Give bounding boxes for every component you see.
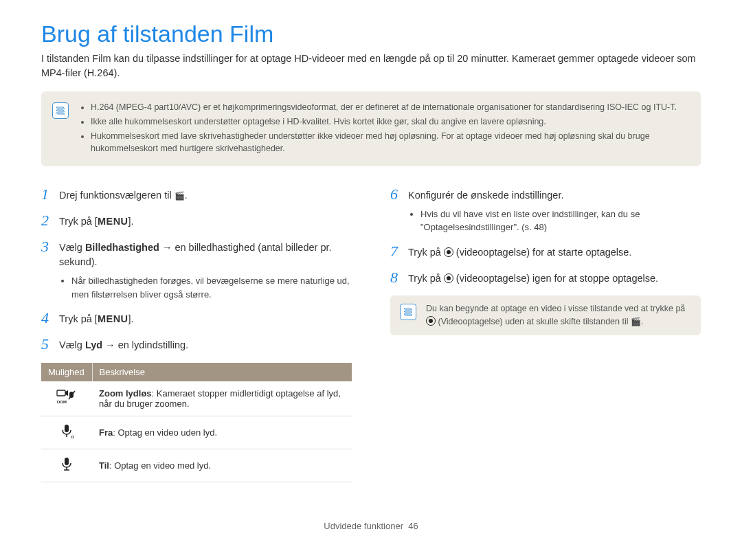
- step-number: 5: [41, 337, 54, 352]
- step-text: Drej funktionsvælgeren til 🎬.: [59, 187, 352, 203]
- content-columns: 1 Drej funktionsvælgeren til 🎬. 2 Tryk p…: [41, 187, 701, 482]
- step-text-fragment: Vælg: [59, 339, 85, 350]
- footer-page-number: 46: [408, 521, 418, 531]
- step-text: Tryk på [MENU].: [59, 213, 352, 229]
- step-text-fragment: .: [185, 190, 188, 201]
- step-8: 8 Tryk på (videooptagelse) igen for at s…: [390, 270, 701, 287]
- record-button-icon: [444, 247, 453, 257]
- step-text: Tryk på [MENU].: [59, 311, 352, 327]
- table-header-description: Beskrivelse: [92, 363, 352, 381]
- table-row: Til: Optag en video med lyd.: [41, 449, 352, 482]
- note-item: Ikke alle hukommelseskort understøtter o…: [91, 115, 690, 128]
- step-1: 1 Drej funktionsvælgeren til 🎬.: [41, 187, 352, 203]
- step-text-fragment: Tryk på: [408, 247, 444, 258]
- step-number: 4: [41, 311, 54, 326]
- note-fragment: (Videooptagelse) uden at skulle skifte t…: [436, 317, 631, 326]
- step-number: 7: [390, 244, 403, 259]
- bold-term: Billedhastighed: [85, 242, 159, 253]
- sub-bullet-item: Hvis du vil have vist en liste over inds…: [420, 208, 701, 234]
- note-list: H.264 (MPEG-4 part10/AVC) er et højkompr…: [78, 101, 690, 157]
- step-text-fragment: (videooptagelse) for at starte optagelse…: [453, 247, 632, 258]
- table-row: ZOOM Zoom lydløs: Kameraet stopper midle…: [41, 381, 352, 416]
- step-text-fragment: ].: [128, 216, 134, 227]
- page-footer: Udvidede funktioner 46: [41, 521, 701, 531]
- step-number: 2: [41, 213, 54, 228]
- step-text-fragment: Tryk på: [408, 273, 444, 284]
- step-text-fragment: Drej funktionsvælgeren til: [59, 190, 175, 201]
- left-column: 1 Drej funktionsvælgeren til 🎬. 2 Tryk p…: [41, 187, 352, 482]
- option-desc: : Optag en video uden lyd.: [113, 427, 217, 438]
- intro-paragraph: I tilstanden Film kan du tilpasse indsti…: [41, 52, 701, 80]
- step-text: Vælg Lyd → en lydindstilling.: [59, 337, 352, 353]
- menu-button-label: MENU: [98, 313, 128, 324]
- menu-button-label: MENU: [98, 216, 128, 227]
- step-sub-bullet: Hvis du vil have vist en liste over inds…: [408, 208, 701, 234]
- step-3: 3 Vælg Billedhastighed → en billedhastig…: [41, 239, 352, 302]
- page-title: Brug af tilstanden Film: [41, 21, 701, 47]
- option-label: Zoom lydløs: [99, 388, 152, 399]
- step-6: 6 Konfigurér de ønskede indstillinger. H…: [390, 187, 701, 234]
- step-7: 7 Tryk på (videooptagelse) for at starte…: [390, 244, 701, 260]
- step-number: 8: [390, 270, 403, 285]
- table-cell-desc: Til: Optag en video med lyd.: [92, 449, 352, 482]
- svg-text:ZOOM: ZOOM: [56, 400, 67, 404]
- footer-section: Udvidede funktioner: [324, 521, 403, 531]
- table-cell-desc: Zoom lydløs: Kameraet stopper midlertidi…: [92, 381, 352, 416]
- record-button-icon: [426, 316, 436, 326]
- bold-term: Lyd: [85, 339, 102, 350]
- step-text: Tryk på (videooptagelse) igen for at sto…: [408, 270, 701, 287]
- step-sub-bullet: Når billedhastigheden forøges, vil bevæg…: [59, 274, 352, 301]
- step-number: 1: [41, 187, 54, 202]
- manual-page: Brug af tilstanden Film I tilstanden Fil…: [0, 0, 742, 545]
- mic-on-icon: [41, 449, 92, 482]
- option-label: Fra: [99, 427, 113, 438]
- step-text-fragment: (videooptagelse) igen for at stoppe opta…: [453, 273, 658, 284]
- record-button-icon: [444, 273, 453, 283]
- note-icon: [52, 102, 69, 119]
- sub-bullet-item: Når billedhastigheden forøges, vil bevæg…: [71, 274, 352, 301]
- option-label: Til: [99, 460, 109, 471]
- table-row: OFF Fra: Optag en video uden lyd.: [41, 416, 352, 449]
- note-icon: [400, 304, 416, 320]
- film-mode-icon: 🎬: [631, 315, 641, 328]
- step-text-fragment: Konfigurér de ønskede indstillinger.: [408, 190, 564, 201]
- svg-text:OFF: OFF: [71, 435, 74, 439]
- step-text-fragment: ].: [128, 313, 134, 324]
- step-text-fragment: Tryk på [: [59, 313, 98, 324]
- table-header-option: Mulighed: [41, 363, 92, 381]
- note-item: Hukommelseskort med lave skrivehastighed…: [91, 130, 690, 156]
- note-item: H.264 (MPEG-4 part10/AVC) er et højkompr…: [91, 101, 690, 114]
- step-text-fragment: Vælg: [59, 242, 85, 253]
- table-header-row: Mulighed Beskrivelse: [41, 363, 352, 381]
- mic-off-icon: OFF: [41, 416, 92, 449]
- step-4: 4 Tryk på [MENU].: [41, 311, 352, 327]
- option-desc: : Optag en video med lyd.: [109, 460, 211, 471]
- note-text: Du kan begynde at optage en video i viss…: [426, 302, 691, 328]
- step-text-fragment: → en lydindstilling.: [102, 339, 188, 350]
- step-2: 2 Tryk på [MENU].: [41, 213, 352, 229]
- note-fragment: Du kan begynde at optage en video i viss…: [426, 304, 685, 313]
- step-5: 5 Vælg Lyd → en lydindstilling.: [41, 337, 352, 353]
- svg-rect-0: [57, 390, 65, 396]
- right-column: 6 Konfigurér de ønskede indstillinger. H…: [390, 187, 701, 482]
- options-table: Mulighed Beskrivelse ZOOM Zoom lydløs: K…: [41, 363, 352, 482]
- info-note-box: H.264 (MPEG-4 part10/AVC) er et højkompr…: [41, 91, 701, 166]
- zoom-mute-icon: ZOOM: [41, 381, 92, 416]
- step-number: 3: [41, 239, 54, 254]
- step-text-fragment: Tryk på [: [59, 216, 98, 227]
- step-number: 6: [390, 187, 403, 202]
- film-mode-icon: 🎬: [175, 190, 185, 202]
- step-text: Tryk på (videooptagelse) for at starte o…: [408, 244, 701, 260]
- step-text: Konfigurér de ønskede indstillinger. Hvi…: [408, 187, 701, 234]
- info-note-box-small: Du kan begynde at optage en video i viss…: [390, 295, 701, 335]
- table-cell-desc: Fra: Optag en video uden lyd.: [92, 416, 352, 449]
- step-text: Vælg Billedhastighed → en billedhastighe…: [59, 239, 352, 302]
